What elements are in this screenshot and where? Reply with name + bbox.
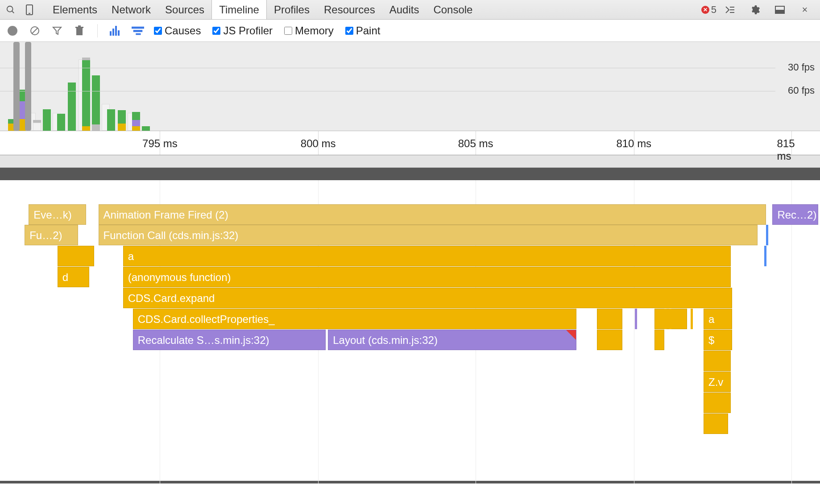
- svg-rect-16: [112, 29, 114, 36]
- flame-sliver[interactable]: [691, 309, 693, 329]
- flame-bar[interactable]: Animation Frame Fired (2): [99, 204, 766, 225]
- overview-frame-bar[interactable]: [132, 112, 140, 131]
- flame-row: Z.v: [0, 372, 820, 392]
- svg-rect-8: [775, 10, 784, 13]
- timeline-toolbar: CausesJS ProfilerMemoryPaint: [0, 20, 820, 42]
- flame-bar[interactable]: [704, 392, 731, 413]
- close-icon[interactable]: ×: [798, 3, 812, 17]
- svg-rect-21: [136, 33, 141, 35]
- checkbox-input[interactable]: [284, 27, 292, 35]
- overview-seg: [43, 109, 51, 131]
- checkbox-input[interactable]: [154, 27, 162, 35]
- flame-chart[interactable]: Eve…k)Animation Frame Fired (2)Rec…2)Fu……: [0, 180, 820, 483]
- checkbox-input[interactable]: [345, 27, 353, 35]
- svg-line-10: [32, 28, 37, 33]
- flame-bar[interactable]: [597, 309, 622, 329]
- ruler-tick-label: 795 ms: [142, 137, 178, 150]
- ruler-tick-label: 800 ms: [301, 137, 336, 150]
- dock-icon[interactable]: [773, 3, 787, 17]
- error-dot-icon: ✕: [701, 6, 709, 14]
- flame-bar[interactable]: $: [704, 330, 732, 350]
- flame-bar[interactable]: Layout (cds.min.js:32): [328, 330, 576, 350]
- flame-bar[interactable]: Eve…k): [29, 204, 86, 225]
- overview-seg: [142, 126, 150, 131]
- overview-frame-bar[interactable]: [33, 120, 41, 131]
- tab-timeline[interactable]: Timeline: [211, 0, 267, 19]
- svg-marker-11: [53, 27, 61, 34]
- error-count: 5: [711, 4, 716, 16]
- checkbox-input[interactable]: [212, 27, 220, 35]
- svg-rect-13: [75, 27, 83, 28]
- tab-network[interactable]: Network: [104, 0, 158, 19]
- overview-range-handle[interactable]: [13, 42, 20, 131]
- device-icon[interactable]: [22, 3, 37, 17]
- overview-seg: [57, 114, 65, 131]
- flame-bar[interactable]: [704, 413, 728, 434]
- overview-frame-bar[interactable]: [142, 126, 150, 131]
- flame-bar[interactable]: CDS.Card.collectProperties_: [133, 309, 576, 329]
- flame-sliver[interactable]: [764, 246, 766, 266]
- flame-sliver[interactable]: [669, 309, 671, 329]
- overview-frame-bar[interactable]: [68, 83, 76, 131]
- flame-bar[interactable]: [654, 330, 664, 350]
- filter-icon[interactable]: [51, 25, 63, 37]
- flame-sliver[interactable]: [635, 309, 637, 329]
- flame-bar[interactable]: Z.v: [704, 372, 731, 392]
- timeline-overview[interactable]: 30 fps60 fps: [0, 42, 820, 131]
- svg-rect-18: [118, 30, 120, 36]
- error-count-badge[interactable]: ✕ 5: [701, 4, 716, 16]
- flame-bar[interactable]: [597, 330, 622, 350]
- tab-profiles[interactable]: Profiles: [267, 0, 317, 19]
- flame-view-icon[interactable]: [132, 25, 144, 37]
- overview-frame-bar[interactable]: [43, 109, 51, 131]
- overview-seg: [132, 112, 140, 120]
- clear-icon[interactable]: [29, 25, 41, 37]
- tab-sources[interactable]: Sources: [158, 0, 211, 19]
- overview-seg: [82, 60, 90, 126]
- cpu-strip: [0, 155, 820, 168]
- flame-bar[interactable]: d: [58, 267, 90, 287]
- overview-frame-bar[interactable]: [118, 110, 126, 131]
- flame-row: Recalculate S…s.min.js:32)Layout (cds.mi…: [0, 330, 820, 350]
- flame-bar[interactable]: a: [704, 309, 732, 329]
- checkbox-memory[interactable]: Memory: [284, 25, 334, 37]
- flame-bar[interactable]: CDS.Card.expand: [123, 288, 733, 308]
- tab-console[interactable]: Console: [426, 0, 480, 19]
- flame-bar[interactable]: Fu…2): [25, 225, 78, 245]
- checkbox-paint[interactable]: Paint: [345, 25, 381, 37]
- flame-bar[interactable]: Rec…2): [772, 204, 818, 225]
- overview-frame-bar[interactable]: [92, 75, 100, 131]
- tab-resources[interactable]: Resources: [317, 0, 382, 19]
- fps-label: 60 fps: [788, 85, 815, 96]
- overview-range-handle[interactable]: [25, 42, 31, 131]
- garbage-icon[interactable]: [73, 25, 86, 37]
- svg-rect-17: [115, 26, 117, 36]
- flame-bar[interactable]: [704, 351, 731, 371]
- bars-view-icon[interactable]: [109, 25, 122, 37]
- overview-frame-bar[interactable]: [57, 114, 65, 131]
- overview-frame-bar[interactable]: [82, 58, 90, 131]
- overview-frame-bar[interactable]: [107, 109, 115, 131]
- overview-seg: [132, 126, 140, 131]
- network-strip: [0, 168, 820, 180]
- tab-elements[interactable]: Elements: [46, 0, 104, 19]
- flame-bar[interactable]: Function Call (cds.min.js:32): [99, 225, 758, 245]
- settings-gear-icon[interactable]: [748, 3, 762, 17]
- flame-bar[interactable]: [58, 246, 95, 266]
- overview-seg: [118, 124, 126, 131]
- flame-bar[interactable]: (anonymous function): [123, 267, 731, 287]
- record-button[interactable]: [6, 25, 19, 37]
- flame-bar[interactable]: a: [123, 246, 731, 266]
- fps-line: [0, 91, 775, 91]
- checkbox-causes[interactable]: Causes: [154, 25, 201, 37]
- checkbox-js-profiler[interactable]: JS Profiler: [212, 25, 273, 37]
- time-ruler[interactable]: 795 ms800 ms805 ms810 ms815 ms: [0, 131, 820, 155]
- tab-audits[interactable]: Audits: [382, 0, 427, 19]
- flame-bar[interactable]: Recalculate S…s.min.js:32): [133, 330, 326, 350]
- flame-row: CDS.Card.expand: [0, 288, 820, 308]
- flame-sliver[interactable]: [664, 309, 667, 329]
- flame-sliver[interactable]: [766, 225, 768, 245]
- svg-rect-20: [133, 30, 143, 32]
- toggle-drawer-icon[interactable]: [723, 3, 737, 17]
- search-icon[interactable]: [4, 3, 18, 17]
